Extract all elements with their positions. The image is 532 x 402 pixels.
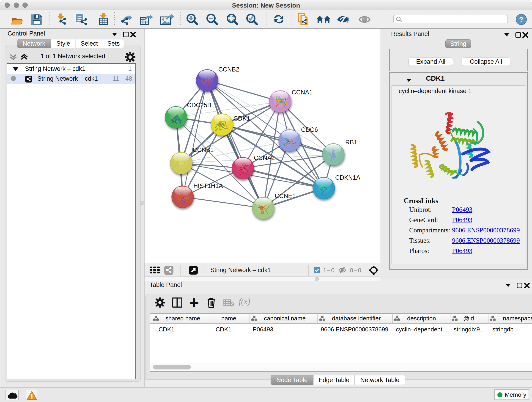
svg-text:CCNA1: CCNA1	[292, 89, 313, 96]
svg-text:?: ?	[519, 16, 523, 23]
svg-text:HIST1H1A: HIST1H1A	[193, 182, 223, 189]
svg-text:CDC25B: CDC25B	[187, 102, 211, 109]
svg-text:RB1: RB1	[345, 139, 357, 146]
svg-text:CCNB1: CCNB1	[193, 147, 214, 153]
svg-text:CCNE1: CCNE1	[275, 192, 296, 199]
svg-text:CDK1: CDK1	[234, 115, 250, 122]
svg-text:f(x): f(x)	[239, 297, 250, 306]
svg-text:CDKN1A: CDKN1A	[335, 174, 360, 181]
svg-text:CCNB2: CCNB2	[218, 66, 239, 73]
svg-text:CDC6: CDC6	[301, 126, 318, 133]
svg-text:CCNA2: CCNA2	[254, 154, 275, 161]
